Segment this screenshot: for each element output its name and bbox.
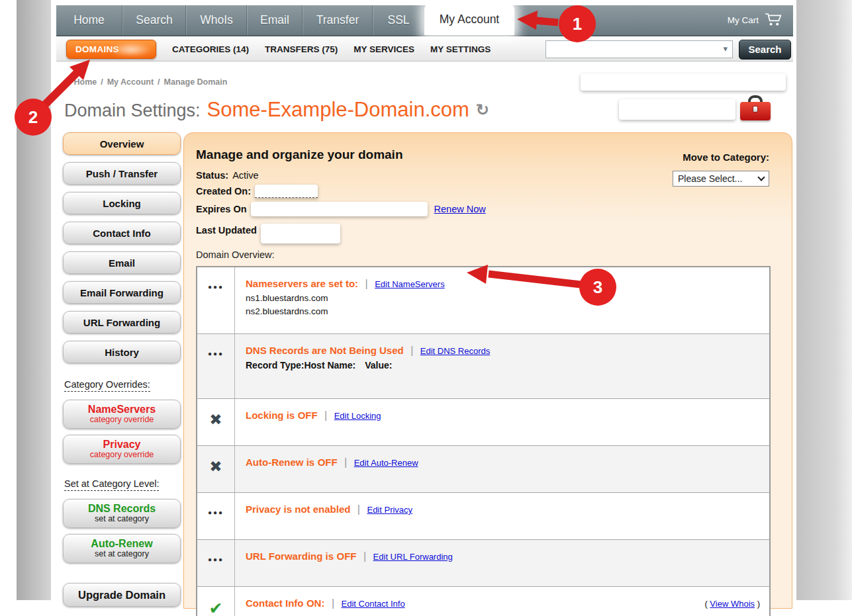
row-contact-info: ✔ Contact Info ON: | Edit Contact Info (… bbox=[197, 586, 769, 616]
sidebar-item-contact-info[interactable]: Contact Info bbox=[63, 222, 181, 244]
x-icon: ✖ bbox=[197, 399, 235, 445]
edit-dns-records-link[interactable]: Edit DNS Records bbox=[420, 346, 490, 356]
dots-icon: ●●● bbox=[197, 540, 235, 586]
override-title: Privacy bbox=[103, 439, 141, 451]
paren-close: ) bbox=[755, 599, 760, 609]
tab-ssl[interactable]: SSL bbox=[373, 5, 424, 35]
my-cart-button[interactable]: My Cart bbox=[728, 5, 793, 35]
separator: | bbox=[332, 597, 334, 609]
sidebar-item-email-forwarding[interactable]: Email Forwarding bbox=[63, 281, 181, 304]
dots-icon: ●●● bbox=[197, 493, 235, 539]
sidebar-item-url-forwarding[interactable]: URL Forwarding bbox=[63, 311, 181, 333]
toolbox-latch bbox=[753, 106, 758, 112]
edit-nameservers-link[interactable]: Edit NameServers bbox=[375, 279, 444, 289]
upgrade-domain-button[interactable]: Upgrade Domain bbox=[63, 583, 181, 607]
updated-label: Last Updated bbox=[196, 225, 257, 236]
sidebar-item-overview[interactable]: Overview bbox=[63, 132, 181, 155]
override-subtitle: category override bbox=[90, 416, 154, 424]
breadcrumb-separator: / bbox=[158, 77, 160, 87]
browser-left-band bbox=[17, 0, 51, 600]
override-subtitle: category override bbox=[90, 451, 154, 459]
tab-whois[interactable]: WhoIs bbox=[186, 5, 247, 35]
subnav-categories[interactable]: CATEGORIES (14) bbox=[172, 44, 249, 54]
redacted-updated-date bbox=[261, 224, 340, 243]
expires-label: Expires On bbox=[196, 204, 247, 214]
subnav-my-settings[interactable]: MY SETTINGS bbox=[430, 44, 491, 54]
status-label: Status: bbox=[196, 170, 228, 181]
value-label: Value: bbox=[365, 360, 392, 371]
renew-now-link[interactable]: Renew Now bbox=[434, 204, 486, 214]
subnav-domains-button[interactable]: DOMAINS bbox=[66, 40, 156, 59]
toolbox-icon[interactable] bbox=[740, 95, 771, 123]
record-labels: Record Type:Host Name:Value: bbox=[246, 360, 759, 371]
sidebar-item-push-transfer[interactable]: Push / Transfer bbox=[63, 162, 181, 185]
redacted-created-date bbox=[255, 185, 318, 198]
tab-my-account[interactable]: My Account bbox=[424, 3, 514, 35]
sidebar-item-auto-renew-category[interactable]: Auto-Renew set at category bbox=[63, 534, 181, 563]
page-title: Domain Settings: Some-Example-Domain.com… bbox=[64, 98, 489, 122]
tab-email[interactable]: Email bbox=[247, 5, 303, 35]
separator: | bbox=[324, 410, 327, 421]
edit-auto-renew-link[interactable]: Edit Auto-Renew bbox=[354, 458, 418, 468]
row-status: OFF bbox=[337, 550, 357, 562]
category-title: Auto-Renew bbox=[91, 539, 152, 550]
chevron-down-icon bbox=[757, 173, 765, 181]
category-overrides-label[interactable]: Category Overrides: bbox=[64, 379, 150, 392]
category-select[interactable]: Please Select... bbox=[673, 171, 769, 187]
row-body: Locking is OFF | Edit Locking bbox=[235, 399, 769, 445]
edit-privacy-link[interactable]: Edit Privacy bbox=[367, 505, 412, 515]
move-to-category-label: Move to Category: bbox=[673, 152, 769, 163]
redacted-box-toolbox bbox=[619, 99, 735, 120]
search-button[interactable]: Search bbox=[739, 40, 791, 60]
row-title: Auto-Renew is bbox=[246, 457, 314, 468]
dots-icon: ●●● bbox=[197, 334, 235, 398]
category-title: DNS Records bbox=[88, 504, 156, 515]
record-type-label: Record Type: bbox=[246, 360, 304, 371]
nameserver-1: ns1.bluestardns.com bbox=[246, 293, 759, 303]
domain-search-combobox[interactable]: ▾ bbox=[545, 40, 733, 58]
row-title: Contact Info bbox=[246, 597, 304, 609]
redacted-expires-date bbox=[251, 202, 428, 216]
sidebar-item-nameservers-override[interactable]: NameServers category override bbox=[63, 400, 181, 429]
edit-contact-info-link[interactable]: Edit Contact Info bbox=[342, 599, 405, 609]
combobox-arrow-icon[interactable]: ▾ bbox=[723, 44, 728, 54]
sidebar-item-history[interactable]: History bbox=[63, 341, 181, 363]
home-icon: ⌂ bbox=[64, 77, 70, 87]
separator: | bbox=[363, 550, 366, 562]
row-body: DNS Records are Not Being Used | Edit DN… bbox=[235, 334, 769, 398]
tab-home[interactable]: Home bbox=[56, 5, 122, 35]
sidebar-item-dns-records-category[interactable]: DNS Records set at category bbox=[63, 499, 181, 528]
sidebar-item-privacy-override[interactable]: Privacy category override bbox=[63, 435, 181, 464]
row-status: ON: bbox=[307, 597, 325, 609]
row-dns-records: ●●● DNS Records are Not Being Used | Edi… bbox=[197, 333, 769, 398]
subnav-my-services[interactable]: MY SERVICES bbox=[354, 44, 414, 54]
category-subtitle: set at category bbox=[95, 515, 149, 523]
view-whois-link[interactable]: View Whois bbox=[710, 599, 755, 609]
screenshot-root: Home Search WhoIs Email Transfer SSL My … bbox=[0, 0, 852, 616]
override-title: NameServers bbox=[88, 404, 156, 416]
set-at-category-level-label[interactable]: Set at Category Level: bbox=[64, 478, 159, 491]
tab-transfer[interactable]: Transfer bbox=[303, 5, 373, 35]
row-title-emphasis: Not Being Used bbox=[330, 345, 404, 356]
row-body: Privacy is not enabled | Edit Privacy bbox=[235, 493, 769, 539]
subnav-transfers[interactable]: TRANSFERS (75) bbox=[265, 44, 338, 54]
created-line: Created On: bbox=[196, 185, 780, 198]
edit-url-forwarding-link[interactable]: Edit URL Forwarding bbox=[373, 552, 453, 562]
refresh-icon[interactable]: ↻ bbox=[476, 101, 489, 119]
cart-icon bbox=[765, 13, 782, 28]
row-title: Locking is bbox=[246, 410, 295, 421]
redacted-domains-count bbox=[111, 43, 152, 56]
row-body: URL Forwarding is OFF | Edit URL Forward… bbox=[235, 540, 769, 586]
row-title: DNS Records are bbox=[246, 345, 327, 356]
sidebar-item-locking[interactable]: Locking bbox=[63, 192, 181, 214]
breadcrumb-home[interactable]: Home bbox=[73, 77, 97, 87]
redacted-box-top-right bbox=[581, 73, 786, 91]
updated-line: Last Updated bbox=[196, 220, 780, 240]
sidebar-item-email[interactable]: Email bbox=[63, 251, 181, 274]
separator: | bbox=[365, 278, 368, 289]
tab-search[interactable]: Search bbox=[122, 5, 186, 35]
breadcrumb-my-account[interactable]: My Account bbox=[107, 77, 154, 87]
row-body: Auto-Renew is OFF | Edit Auto-Renew bbox=[235, 446, 769, 492]
sub-navigation: DOMAINS CATEGORIES (14) TRANSFERS (75) M… bbox=[56, 38, 793, 62]
edit-locking-link[interactable]: Edit Locking bbox=[334, 411, 381, 421]
